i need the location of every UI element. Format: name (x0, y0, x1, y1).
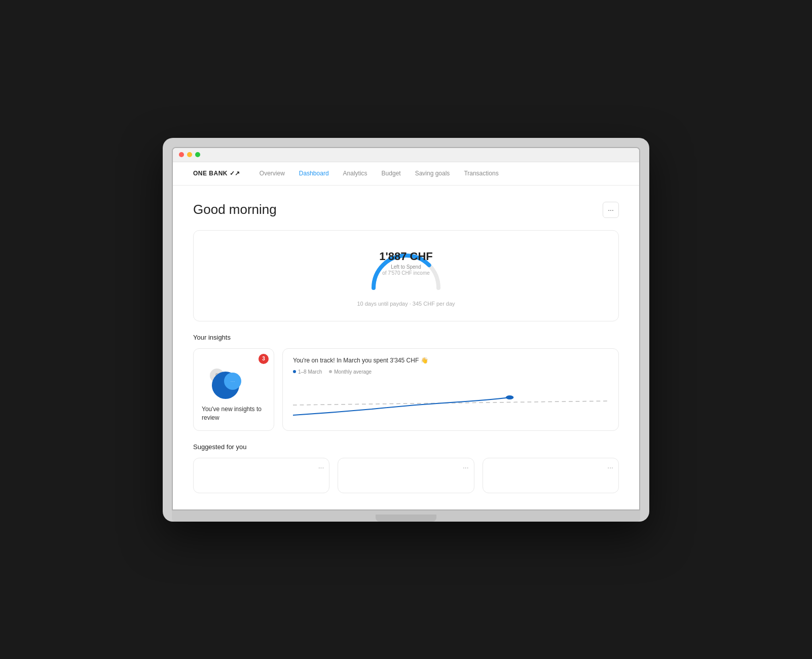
nav-transactions[interactable]: Transactions (464, 170, 498, 177)
payday-info: 10 days until payday · 345 CHF per day (357, 301, 455, 307)
suggested-row: ··· ··· ··· (193, 458, 619, 493)
suggested-card-1-more[interactable]: ··· (318, 463, 324, 471)
suggested-section-title: Suggested for you (193, 443, 619, 451)
close-dot[interactable] (179, 152, 184, 157)
legend-label-march: 1–8 March (298, 369, 322, 375)
suggested-card-3-more[interactable]: ··· (607, 463, 613, 471)
page-header: Good morning ··· (193, 202, 619, 218)
legend-dot-average (329, 370, 332, 373)
spending-chart (293, 380, 608, 422)
balance-card: 1'887 CHF Left to Spend of 7'570 CHF inc… (193, 230, 619, 321)
brand-logo: ONE BANK ✓↗ (193, 170, 240, 177)
chart-legend: 1–8 March Monthly average (293, 369, 608, 375)
laptop-container: ONE BANK ✓↗ Overview Dashboard Analytics… (163, 138, 649, 522)
laptop-notch (376, 515, 436, 522)
more-options-button[interactable]: ··· (603, 202, 619, 218)
balance-amount: 1'887 CHF (379, 250, 433, 263)
gauge-center: 1'887 CHF Left to Spend of 7'570 CHF inc… (379, 250, 433, 276)
balance-income: of 7'570 CHF income (379, 270, 433, 276)
insights-section-title: Your insights (193, 334, 619, 341)
chart-title: You're on track! In March you spent 3'34… (293, 357, 608, 364)
laptop-screen: ONE BANK ✓↗ Overview Dashboard Analytics… (172, 147, 640, 510)
nav-dashboard[interactable]: Dashboard (299, 170, 329, 177)
nav-analytics[interactable]: Analytics (343, 170, 367, 177)
nav-overview[interactable]: Overview (260, 170, 285, 177)
new-insights-text: You've new insights to review (202, 405, 266, 422)
titlebar (173, 148, 639, 162)
on-track-card[interactable]: You're on track! In March you spent 3'34… (282, 348, 619, 431)
balance-label: Left to Spend (379, 264, 433, 270)
new-insights-card[interactable]: 3 ··· (193, 348, 274, 431)
chat-dots-icon: ··· (230, 378, 235, 384)
legend-dot-march (293, 370, 296, 373)
balance-gauge: 1'887 CHF Left to Spend of 7'570 CHF inc… (365, 245, 447, 290)
suggested-card-2[interactable]: ··· (338, 458, 474, 493)
suggested-card-3[interactable]: ··· (483, 458, 619, 493)
maximize-dot[interactable] (195, 152, 200, 157)
suggested-card-1[interactable]: ··· (193, 458, 329, 493)
insight-illustration: ··· (202, 358, 266, 399)
laptop-base (172, 510, 640, 522)
page-greeting: Good morning (193, 202, 277, 217)
legend-label-average: Monthly average (334, 369, 372, 375)
chart-svg (293, 380, 608, 420)
main-content: Good morning ··· 1'887 CHF Left to Spend (173, 186, 639, 509)
insights-row: 3 ··· (193, 348, 619, 431)
blue-small-circle: ··· (224, 373, 241, 390)
legend-march: 1–8 March (293, 369, 322, 375)
nav-budget[interactable]: Budget (382, 170, 401, 177)
suggested-card-2-more[interactable]: ··· (463, 463, 469, 471)
navbar: ONE BANK ✓↗ Overview Dashboard Analytics… (173, 162, 639, 186)
minimize-dot[interactable] (187, 152, 192, 157)
svg-point-1 (506, 395, 514, 399)
nav-saving-goals[interactable]: Saving goals (415, 170, 450, 177)
legend-average: Monthly average (329, 369, 372, 375)
